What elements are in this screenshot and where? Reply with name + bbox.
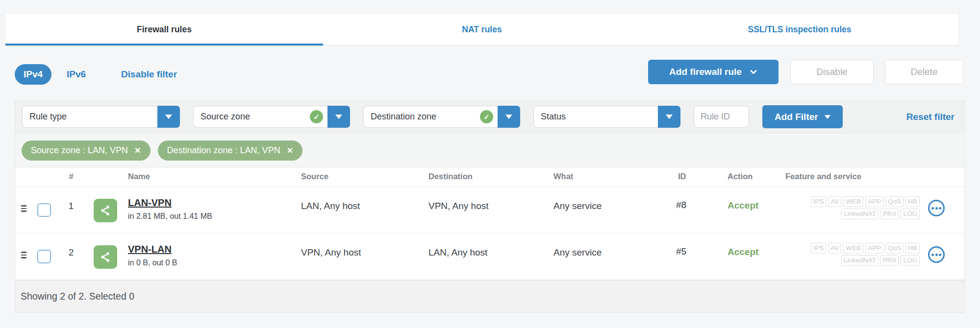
column-header-feature-and-service: Feature and service — [785, 172, 861, 181]
share-network-icon — [94, 199, 117, 222]
rule-destination: VPN, Any host — [428, 201, 489, 211]
feature-badge: AV — [828, 196, 841, 207]
rule-name-link[interactable]: LAN-VPN — [128, 197, 172, 209]
rule-traffic-stats: in 2.81 MB, out 1.41 MB — [128, 212, 212, 221]
dropdown-button[interactable] — [498, 106, 520, 128]
row-more-actions-icon[interactable] — [928, 200, 945, 216]
column-header-action: Action — [728, 172, 753, 181]
rule-number: 2 — [60, 247, 82, 258]
column-header-number: # — [60, 172, 82, 181]
table-row: 2 VPN-LAN in 0 B, out 0 B VPN, Any host … — [15, 234, 964, 280]
row-more-actions-icon[interactable] — [928, 246, 945, 263]
feature-badge: LinkedNAT — [841, 209, 879, 219]
column-header-name: Name — [128, 172, 150, 181]
row-checkbox[interactable] — [37, 203, 51, 217]
dropdown-button[interactable] — [658, 106, 680, 128]
delete-button[interactable]: Delete — [885, 60, 963, 84]
feature-badge: IPS — [811, 196, 827, 207]
firewall-rules-table: # Name Source Destination What ID Action… — [15, 167, 965, 313]
rule-type-select[interactable]: Rule type — [22, 106, 180, 128]
ipv4-toggle[interactable]: IPv4 — [15, 64, 51, 85]
ipv6-toggle[interactable]: IPv6 — [67, 69, 86, 80]
source-zone-select-label: Source zone — [194, 112, 310, 122]
status-select[interactable]: Status — [533, 106, 680, 128]
column-header-source: Source — [301, 172, 328, 181]
filter-panel: Rule type Source zone ✓ Destination zone… — [15, 100, 965, 169]
remove-filter-icon[interactable]: ✕ — [287, 147, 293, 155]
dropdown-button[interactable] — [157, 106, 180, 128]
drag-handle-icon[interactable] — [21, 252, 26, 258]
feature-badge: WEB — [843, 196, 863, 207]
feature-badge: QoS — [885, 243, 904, 254]
active-filter-chips-row: Source zone : LAN, VPN ✕ Destination zon… — [15, 133, 964, 168]
feature-badge: PRX — [880, 209, 899, 219]
remove-filter-icon[interactable]: ✕ — [134, 147, 141, 155]
rule-name-link[interactable]: VPN-LAN — [128, 244, 172, 255]
destination-zone-select[interactable]: Destination zone ✓ — [363, 106, 520, 128]
add-firewall-rule-button[interactable]: Add firewall rule — [648, 60, 779, 84]
feature-badge: WEB — [843, 243, 863, 254]
rule-type-select-label: Rule type — [23, 112, 157, 122]
feature-badge: HB — [905, 243, 920, 254]
chevron-down-icon — [750, 68, 757, 76]
reset-filter-link[interactable]: Reset filter — [906, 112, 957, 122]
filter-active-check-icon: ✓ — [480, 110, 493, 123]
rule-number: 1 — [60, 201, 82, 211]
rule-source: VPN, Any host — [301, 247, 361, 258]
filter-controls-row: Rule type Source zone ✓ Destination zone… — [15, 101, 964, 133]
rules-tab-bar: Firewall rules NAT rules SSL/TLS inspect… — [5, 13, 959, 46]
source-zone-select[interactable]: Source zone ✓ — [193, 106, 350, 128]
rule-source: LAN, Any host — [301, 201, 360, 211]
feature-badges: IPS AV WEB APP QoS HB LinkedNAT PRX LOG — [770, 243, 920, 266]
table-summary-text: Showing 2 of 2. Selected 0 — [21, 291, 134, 302]
drag-handle-icon[interactable] — [21, 205, 26, 212]
caret-down-icon — [335, 115, 342, 119]
feature-badge: LinkedNAT — [841, 255, 879, 266]
status-select-label: Status — [534, 112, 658, 122]
rule-id-input[interactable] — [694, 106, 749, 128]
filter-chip-label: Source zone : LAN, VPN — [31, 145, 128, 156]
filter-chip-destination-zone[interactable]: Destination zone : LAN, VPN ✕ — [158, 141, 303, 161]
add-filter-label: Add Filter — [775, 112, 818, 122]
rule-id: #8 — [676, 200, 686, 211]
rule-action-status: Accept — [728, 247, 758, 258]
table-summary-footer: Showing 2 of 2. Selected 0 — [15, 280, 964, 312]
column-header-destination: Destination — [428, 172, 473, 181]
caret-down-icon — [165, 115, 172, 119]
caret-down-icon — [825, 115, 830, 119]
caret-down-icon — [666, 115, 673, 119]
share-network-icon — [94, 245, 117, 269]
feature-badge: PRX — [880, 255, 899, 266]
disable-filter-link[interactable]: Disable filter — [121, 69, 177, 80]
column-header-what: What — [553, 172, 573, 181]
tab-ssl-tls-inspection-rules[interactable]: SSL/TLS inspection rules — [641, 14, 958, 45]
rule-what: Any service — [553, 247, 602, 258]
feature-badge: AV — [828, 243, 841, 254]
feature-badge: LOG — [901, 209, 920, 219]
add-firewall-rule-label: Add firewall rule — [669, 67, 742, 77]
feature-badge: IPS — [811, 243, 827, 254]
filter-chip-label: Destination zone : LAN, VPN — [167, 145, 280, 156]
table-header-row: # Name Source Destination What ID Action… — [15, 167, 964, 187]
feature-badges: IPS AV WEB APP QoS HB LinkedNAT PRX LOG — [770, 196, 920, 219]
feature-badge: APP — [865, 243, 883, 254]
column-header-id: ID — [678, 172, 686, 181]
filter-chip-source-zone[interactable]: Source zone : LAN, VPN ✕ — [22, 141, 151, 161]
disable-button[interactable]: Disable — [790, 60, 874, 84]
rule-id: #5 — [676, 246, 686, 257]
destination-zone-select-label: Destination zone — [364, 112, 480, 122]
rule-what: Any service — [553, 201, 602, 211]
row-checkbox[interactable] — [37, 250, 51, 263]
add-filter-button[interactable]: Add Filter — [762, 105, 843, 128]
feature-badge: LOG — [901, 255, 920, 266]
feature-badge: APP — [865, 196, 883, 207]
caret-down-icon — [505, 115, 512, 119]
tab-firewall-rules[interactable]: Firewall rules — [5, 14, 323, 45]
tab-nat-rules[interactable]: NAT rules — [323, 14, 641, 45]
filter-active-check-icon: ✓ — [310, 110, 323, 123]
rule-traffic-stats: in 0 B, out 0 B — [128, 258, 177, 267]
feature-badge: QoS — [885, 196, 904, 207]
dropdown-button[interactable] — [327, 106, 350, 128]
rule-destination: LAN, Any host — [428, 247, 487, 258]
feature-badge: HB — [905, 196, 920, 207]
